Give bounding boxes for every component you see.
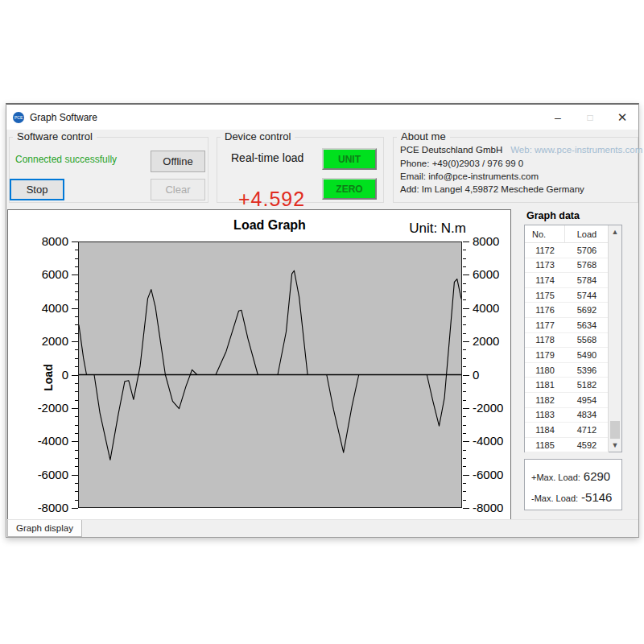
graph-data-table: No. Load 1172570611735768117457841175574… bbox=[524, 225, 622, 452]
table-row[interactable]: 11765692 bbox=[525, 303, 609, 318]
y-minor-tick bbox=[463, 400, 466, 401]
connection-status: Connected successfully bbox=[15, 154, 117, 165]
scroll-up-icon[interactable]: ▲ bbox=[609, 225, 621, 238]
scroll-down-icon[interactable]: ▼ bbox=[609, 439, 621, 452]
y-tick-label: 0 bbox=[473, 369, 513, 381]
app-icon bbox=[13, 112, 24, 123]
y-major-tick bbox=[463, 475, 469, 476]
tab-graph-display[interactable]: Graph display bbox=[7, 520, 82, 537]
y-major-tick bbox=[463, 441, 469, 442]
device-control-title: Device control bbox=[221, 130, 295, 142]
close-icon[interactable]: ✕ bbox=[606, 105, 638, 130]
table-row[interactable]: 11755744 bbox=[525, 288, 609, 303]
cell-no: 1185 bbox=[525, 438, 565, 452]
y-minor-tick bbox=[463, 250, 466, 250]
cell-no: 1183 bbox=[525, 408, 565, 423]
clear-button[interactable]: Clear bbox=[151, 179, 205, 200]
cell-no: 1179 bbox=[525, 348, 565, 362]
table-scrollbar[interactable]: ▲ ▼ bbox=[608, 225, 621, 452]
y-minor-tick bbox=[463, 391, 466, 392]
table-row[interactable]: 11824954 bbox=[525, 393, 609, 408]
y-minor-tick bbox=[75, 391, 78, 392]
table-row[interactable]: 11834834 bbox=[525, 408, 609, 423]
table-header: No. Load bbox=[525, 225, 609, 243]
cell-load: 4954 bbox=[565, 393, 609, 407]
y-major-tick bbox=[463, 408, 469, 409]
cell-load: 5490 bbox=[565, 348, 609, 362]
table-row[interactable]: 11805396 bbox=[525, 363, 609, 378]
cell-load: 5396 bbox=[565, 363, 609, 378]
y-major-tick bbox=[463, 242, 469, 242]
y-minor-tick bbox=[463, 500, 466, 501]
max-negative-line: -Max. Load:-5146 bbox=[531, 490, 612, 504]
y-tick-label: -4000 bbox=[473, 435, 513, 447]
phone-line: Phone: +49(0)2903 / 976 99 0 bbox=[400, 159, 523, 168]
chart-plot-area: Load bbox=[78, 242, 462, 508]
table-row[interactable]: 11785568 bbox=[525, 333, 609, 349]
table-row[interactable]: 11844712 bbox=[525, 423, 609, 438]
y-minor-tick bbox=[463, 258, 466, 259]
cell-load: 4834 bbox=[565, 408, 609, 423]
y-major-tick bbox=[72, 308, 78, 309]
y-tick-label: -8000 bbox=[473, 502, 513, 514]
y-major-tick bbox=[463, 308, 469, 309]
y-major-tick bbox=[463, 275, 469, 275]
maximize-icon[interactable]: □ bbox=[574, 105, 606, 130]
y-tick-label: 2000 bbox=[31, 335, 68, 347]
table-row[interactable]: 11775634 bbox=[525, 318, 609, 333]
max-positive-line: +Max. Load:6290 bbox=[531, 469, 610, 483]
y-minor-tick bbox=[463, 483, 466, 484]
y-minor-tick bbox=[463, 299, 466, 300]
y-minor-tick bbox=[75, 483, 78, 484]
cell-load: 4712 bbox=[565, 423, 609, 437]
cell-load: 4592 bbox=[565, 438, 609, 452]
chart-title: Load Graph bbox=[169, 218, 370, 233]
chart-unit-label: Unit: N.m bbox=[409, 221, 466, 237]
y-minor-tick bbox=[463, 491, 466, 492]
y-tick-label: 4000 bbox=[31, 302, 68, 314]
zero-button[interactable]: ZERO bbox=[322, 178, 377, 200]
table-row[interactable]: 11745784 bbox=[525, 273, 609, 288]
cell-load: 5768 bbox=[565, 258, 609, 273]
stop-button[interactable]: Stop bbox=[10, 179, 64, 200]
unit-button[interactable]: UNIT bbox=[322, 148, 377, 170]
y-minor-tick bbox=[463, 283, 466, 284]
table-row[interactable]: 11854592 bbox=[525, 438, 609, 453]
y-major-tick bbox=[72, 475, 78, 476]
email-line: Email: info@pce-instruments.com bbox=[400, 171, 539, 181]
y-minor-tick bbox=[463, 358, 466, 359]
y-major-tick bbox=[463, 508, 469, 509]
minimize-icon[interactable]: – bbox=[542, 105, 574, 130]
app-window: Graph Software – □ ✕ Software control Co… bbox=[6, 103, 639, 538]
y-minor-tick bbox=[75, 349, 78, 350]
y-minor-tick bbox=[75, 266, 78, 267]
max-positive-value: 6290 bbox=[584, 469, 610, 483]
offline-button[interactable]: Offline bbox=[151, 151, 205, 172]
col-header-load: Load bbox=[565, 229, 609, 239]
max-negative-label: -Max. Load: bbox=[531, 493, 578, 503]
y-major-tick bbox=[72, 275, 78, 275]
company-line: PCE Deutschland GmbHWeb: www.pce-instrum… bbox=[400, 145, 642, 155]
y-minor-tick bbox=[75, 425, 78, 426]
y-minor-tick bbox=[75, 366, 78, 367]
software-control-group: Software control Connected successfully … bbox=[9, 137, 208, 203]
table-row[interactable]: 11795490 bbox=[525, 348, 609, 363]
y-tick-label: -8000 bbox=[31, 502, 68, 514]
cell-no: 1174 bbox=[525, 273, 565, 287]
tab-strip: Graph display bbox=[6, 519, 638, 537]
cell-load: 5744 bbox=[565, 288, 609, 303]
cell-load: 5784 bbox=[565, 273, 609, 287]
y-major-tick bbox=[72, 408, 78, 409]
y-minor-tick bbox=[463, 366, 466, 367]
y-tick-label: 6000 bbox=[473, 268, 513, 280]
y-minor-tick bbox=[75, 324, 78, 325]
y-tick-label: 2000 bbox=[473, 335, 513, 347]
table-row[interactable]: 11815182 bbox=[525, 378, 609, 393]
y-tick-label: 8000 bbox=[31, 235, 68, 247]
web-link[interactable]: Web: www.pce-instruments.com bbox=[510, 145, 642, 155]
table-row[interactable]: 11735768 bbox=[525, 258, 609, 274]
y-major-tick bbox=[72, 242, 78, 242]
scrollbar-thumb[interactable] bbox=[610, 421, 620, 439]
table-row[interactable]: 11725706 bbox=[525, 243, 609, 258]
y-minor-tick bbox=[463, 458, 466, 459]
